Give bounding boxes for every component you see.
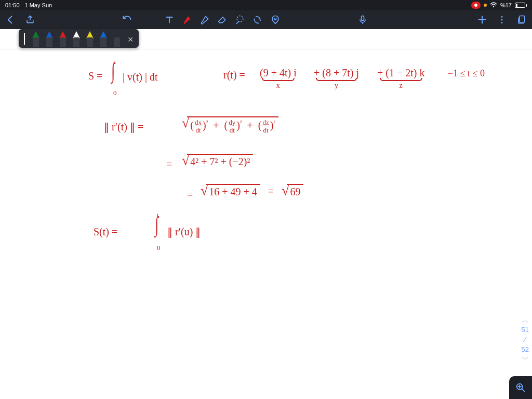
svg-rect-6 (520, 16, 525, 23)
hw-line3-eq: = (166, 159, 172, 169)
hw-line4-body: √16 + 49 + 4 = √69 (201, 184, 303, 197)
note-canvas[interactable]: S = t ∫ 0 | v(t) | dt r(t) = (9 + 4t) ix… (0, 29, 532, 399)
wifi-icon (490, 2, 497, 9)
status-time: 01:50 (5, 2, 20, 8)
pages-icon[interactable] (516, 15, 527, 25)
svg-rect-2 (362, 16, 364, 21)
page-total: 52 (522, 345, 529, 353)
hw-int2: ∫ (154, 218, 160, 233)
mic-icon[interactable] (357, 15, 368, 25)
pen-black[interactable] (112, 31, 122, 47)
battery-icon (515, 3, 527, 8)
shape-tool-icon[interactable] (252, 15, 263, 25)
page-navigator[interactable]: ︿ 51 ⁄ 52 ﹀ (522, 316, 529, 363)
pen-red[interactable] (58, 31, 68, 47)
hw-int1-bot: 0 (113, 89, 117, 96)
eraser-icon[interactable] (217, 15, 228, 25)
add-icon[interactable] (477, 15, 487, 25)
zoom-button[interactable] (509, 376, 532, 399)
hw-int1: ∫ (110, 64, 116, 79)
svg-point-0 (493, 6, 494, 7)
svg-point-4 (501, 19, 503, 21)
undo-icon[interactable] (122, 15, 132, 25)
share-icon[interactable] (25, 15, 35, 25)
hw-norm-lhs: ‖ r′(t) ‖ = (104, 122, 143, 132)
app-toolbar: • • • (0, 10, 532, 29)
more-icon[interactable] (497, 15, 507, 25)
pen-blue2[interactable] (99, 31, 108, 47)
pen-green[interactable] (31, 31, 41, 47)
text-tool-icon[interactable] (164, 15, 175, 25)
pen-white[interactable] (72, 31, 81, 47)
svg-point-3 (501, 16, 503, 18)
hw-integrand2: ‖ r′(u) ‖ (167, 227, 201, 237)
lasso-icon[interactable] (235, 15, 245, 25)
back-button[interactable] (5, 15, 16, 25)
hw-r-eq: r(t) = (223, 70, 245, 80)
hw-integrand1: | v(t) | dt (123, 72, 157, 82)
mic-in-use-dot (484, 4, 487, 7)
status-bar: 01:50 1 May Sun %17 (0, 0, 532, 10)
highlighter-icon[interactable] (200, 15, 210, 25)
pen-tool-icon[interactable] (182, 15, 192, 25)
screen-record-indicator[interactable] (471, 2, 481, 9)
pen-tray[interactable]: × (19, 29, 139, 48)
insert-icon[interactable] (270, 15, 281, 25)
hw-line4-eq: = (187, 189, 193, 200)
hw-line3-body: √4² + 7² + (−2)² (182, 154, 253, 167)
page-current: 51 (522, 326, 529, 334)
pen-blue[interactable] (45, 31, 54, 47)
svg-point-1 (237, 16, 243, 22)
hw-s-eq: S = (88, 71, 102, 81)
close-tray-icon[interactable]: × (128, 34, 134, 45)
page-down-icon[interactable]: ﹀ (522, 355, 529, 363)
hw-int2-bot: 0 (157, 244, 161, 251)
tray-handle[interactable] (24, 33, 25, 45)
pen-yellow[interactable] (85, 31, 95, 47)
canvas-rule (0, 49, 532, 49)
hw-norm-rhs: √ (dxdt)² + (dydt)² + (dzdt)² (182, 116, 278, 134)
page-up-icon[interactable]: ︿ (522, 316, 529, 324)
hw-comp-z: + (1 − 2t) kz (377, 68, 424, 89)
status-date: 1 May Sun (25, 2, 52, 8)
hw-s-of-t: S(t) = (94, 227, 117, 237)
hw-comp-x: (9 + 4t) ix (260, 68, 297, 89)
hw-comp-y: + (8 + 7t) jy (314, 68, 359, 89)
svg-point-5 (501, 22, 503, 23)
battery-pct: %17 (500, 2, 512, 8)
page-slash: ⁄ (525, 336, 526, 343)
hw-domain: −1 ≤ t ≤ 0 (448, 69, 485, 78)
